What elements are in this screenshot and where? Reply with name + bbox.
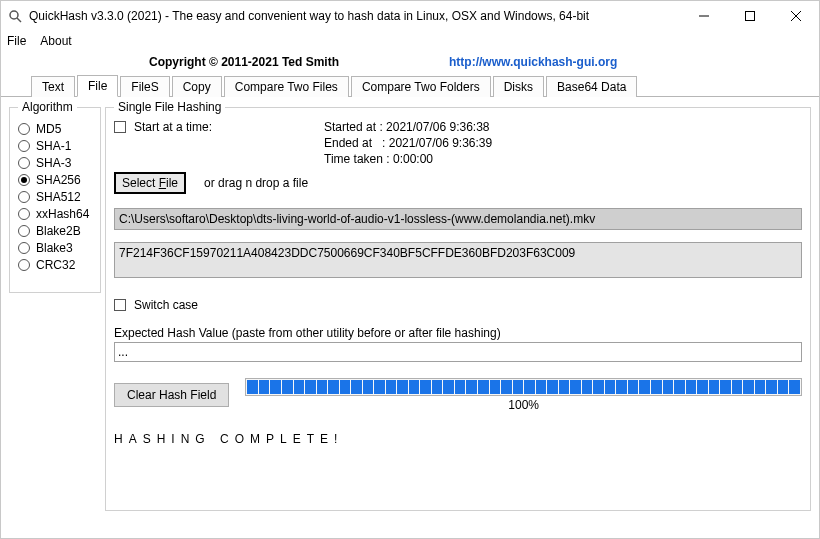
expected-hash-input[interactable]: [114, 342, 802, 362]
algo-radio-crc32[interactable]: CRC32: [18, 258, 92, 272]
drag-hint: or drag n drop a file: [204, 176, 308, 190]
tab-compare-folders[interactable]: Compare Two Folders: [351, 76, 491, 97]
tab-copy[interactable]: Copy: [172, 76, 222, 97]
started-label: Started at: [324, 120, 376, 134]
radio-icon: [18, 191, 30, 203]
algo-label: Blake3: [36, 241, 73, 255]
algo-label: Blake2B: [36, 224, 81, 238]
titlebar: QuickHash v3.3.0 (2021) - The easy and c…: [1, 1, 819, 31]
menu-file[interactable]: File: [7, 34, 26, 48]
radio-icon: [18, 157, 30, 169]
tab-file[interactable]: File: [77, 75, 118, 97]
radio-icon: [18, 140, 30, 152]
algo-label: CRC32: [36, 258, 75, 272]
algo-label: SHA256: [36, 173, 81, 187]
svg-rect-3: [746, 12, 755, 21]
expected-hash-label: Expected Hash Value (paste from other ut…: [114, 326, 802, 340]
copyright-text: Copyright © 2011-2021 Ted Smith: [149, 55, 339, 69]
algo-label: SHA512: [36, 190, 81, 204]
tab-text[interactable]: Text: [31, 76, 75, 97]
menubar: File About: [1, 31, 819, 51]
algo-radio-sha512[interactable]: SHA512: [18, 190, 92, 204]
file-path-field[interactable]: C:\Users\softaro\Desktop\dts-living-worl…: [114, 208, 802, 230]
algo-label: xxHash64: [36, 207, 89, 221]
single-file-hashing-group: Single File Hashing Start at a time: Sta…: [105, 107, 811, 511]
ended-value: 2021/07/06 9:36:39: [389, 136, 492, 150]
timing-info: Started at : 2021/07/06 9:36:38 Ended at…: [324, 120, 492, 166]
radio-icon: [18, 174, 30, 186]
tab-compare-files[interactable]: Compare Two Files: [224, 76, 349, 97]
hash-result-field[interactable]: 7F214F36CF15970211A408423DDC7500669CF340…: [114, 242, 802, 278]
started-value: 2021/07/06 9:36:38: [386, 120, 489, 134]
website-link[interactable]: http://www.quickhash-gui.org: [449, 55, 617, 69]
radio-icon: [18, 225, 30, 237]
menu-about[interactable]: About: [40, 34, 71, 48]
radio-icon: [18, 259, 30, 271]
algo-radio-blake2b[interactable]: Blake2B: [18, 224, 92, 238]
select-file-button[interactable]: Select File: [114, 172, 186, 194]
svg-point-0: [10, 11, 18, 19]
algorithm-group: Algorithm MD5SHA-1SHA-3SHA256SHA512xxHas…: [9, 107, 101, 293]
radio-icon: [18, 123, 30, 135]
algo-radio-blake3[interactable]: Blake3: [18, 241, 92, 255]
algo-label: SHA-1: [36, 139, 71, 153]
panel-legend: Single File Hashing: [114, 100, 225, 114]
radio-icon: [18, 208, 30, 220]
header-row: Copyright © 2011-2021 Ted Smith http://w…: [1, 51, 819, 75]
status-text: HASHING COMPLETE!: [114, 432, 802, 446]
tab-disks[interactable]: Disks: [493, 76, 544, 97]
radio-icon: [18, 242, 30, 254]
algorithm-legend: Algorithm: [18, 100, 77, 114]
ended-label: Ended at: [324, 136, 372, 150]
time-taken-value: 0:00:00: [393, 152, 433, 166]
algo-label: SHA-3: [36, 156, 71, 170]
close-button[interactable]: [773, 1, 819, 31]
minimize-button[interactable]: [681, 1, 727, 31]
time-taken-label: Time taken: [324, 152, 383, 166]
tab-base64[interactable]: Base64 Data: [546, 76, 637, 97]
tab-bar: Text File FileS Copy Compare Two Files C…: [1, 75, 819, 97]
algo-radio-sha256[interactable]: SHA256: [18, 173, 92, 187]
clear-hash-button[interactable]: Clear Hash Field: [114, 383, 229, 407]
app-icon: [7, 8, 23, 24]
algo-radio-sha-1[interactable]: SHA-1: [18, 139, 92, 153]
algo-radio-sha-3[interactable]: SHA-3: [18, 156, 92, 170]
progress-area: 100%: [245, 378, 802, 412]
algo-radio-xxhash64[interactable]: xxHash64: [18, 207, 92, 221]
progress-bar: [245, 378, 802, 396]
window-title: QuickHash v3.3.0 (2021) - The easy and c…: [29, 9, 681, 23]
start-at-time-label: Start at a time:: [134, 120, 212, 134]
tab-files[interactable]: FileS: [120, 76, 169, 97]
maximize-button[interactable]: [727, 1, 773, 31]
switch-case-label: Switch case: [134, 298, 198, 312]
svg-line-1: [17, 18, 21, 22]
algo-label: MD5: [36, 122, 61, 136]
progress-percent: 100%: [508, 398, 539, 412]
switch-case-checkbox[interactable]: [114, 299, 126, 311]
algo-radio-md5[interactable]: MD5: [18, 122, 92, 136]
start-at-time-checkbox[interactable]: [114, 121, 126, 133]
